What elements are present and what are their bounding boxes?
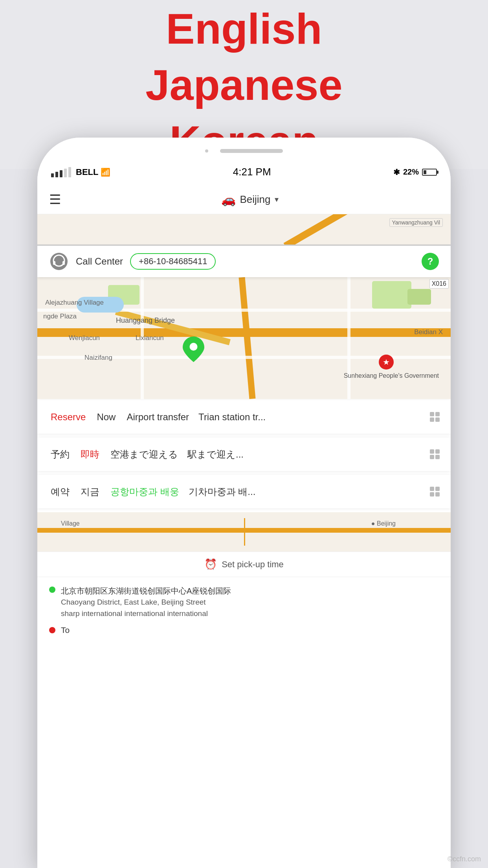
from-location-row: 北京市朝阳区东湖街道锐创国际中心A座锐创国际 Chaoyang District… [49, 585, 439, 619]
english-tab-row: Reserve Now Airport transfer Trian stati… [37, 400, 451, 434]
grid-icon-japanese[interactable] [427, 446, 443, 462]
location-section: 北京市朝阳区东湖街道锐创国际中心A座锐创国际 Chaoyang District… [37, 577, 451, 643]
signal-bar-1 [51, 173, 54, 177]
car-icon: 🚗 [221, 193, 236, 206]
map-label-naizifang: Naizifang [84, 354, 112, 362]
map-label-lixiancun: Lixiancun [136, 334, 164, 342]
navbar-center: 🚗 Beijing ▾ [61, 193, 439, 206]
battery-icon [422, 169, 437, 176]
phone-top-bar [37, 138, 451, 159]
map-road-orange-1 [284, 214, 355, 246]
headset-icon [49, 252, 69, 271]
map-top-strip: Yanwangzhuang Vil [37, 214, 451, 246]
tab-japanese-airport[interactable]: 空港まで迎える [105, 438, 183, 471]
chevron-down-icon: ▾ [275, 195, 279, 204]
from-location-text: 北京市朝阳区东湖街道锐创国际中心A座锐创国际 Chaoyang District… [61, 585, 231, 619]
status-bar: BELL 📶 4:21 PM ✱ 22% [37, 159, 451, 185]
svg-point-4 [190, 343, 198, 351]
status-left: BELL 📶 [51, 167, 110, 177]
tab-korean-airport[interactable]: 공항마중과 배웅 [105, 475, 185, 508]
map-label-x016: X016 [429, 279, 449, 289]
japanese-tab-row: 予約 即時 空港まで迎える 駅まで迎え... [37, 438, 451, 471]
tab-korean-now[interactable]: 지금 [75, 475, 105, 508]
help-button[interactable]: ? [422, 253, 439, 270]
svg-rect-2 [53, 261, 55, 265]
tab-japanese-train[interactable]: 駅まで迎え... [183, 438, 248, 471]
signal-bar-3 [60, 170, 62, 177]
status-right: ✱ 22% [393, 167, 437, 177]
tab-english-train[interactable]: Trian station tr... [194, 400, 270, 434]
watermark: ©ccfn.com [448, 855, 481, 863]
to-dot [49, 627, 55, 633]
hamburger-button[interactable]: ☰ [49, 191, 61, 207]
signal-bar-5 [68, 167, 71, 177]
map-marker-star: ★ [379, 355, 394, 370]
to-location-label: To [61, 625, 70, 635]
battery-pct: 22% [403, 167, 419, 177]
phone-number-button[interactable]: +86-10-84685411 [130, 253, 216, 270]
tab-english-reserve[interactable]: Reserve [45, 400, 91, 434]
to-location-row: To [49, 625, 439, 635]
clock-icon: ⏰ [204, 558, 217, 570]
speaker-bar [220, 149, 283, 153]
call-center-label: Call Center [76, 256, 123, 267]
camera-dot [205, 149, 208, 153]
bottom-section: Village ● Beijing ⏰ Set pick-up time 北京市… [37, 512, 451, 643]
tab-english-airport[interactable]: Airport transfer [121, 400, 194, 434]
pickup-time-label: Set pick-up time [222, 559, 284, 570]
map-label-wenjiacun: Wenjiacun [69, 334, 100, 342]
phone-frame: BELL 📶 4:21 PM ✱ 22% ☰ 🚗 Beijing ▾ Yanwa… [37, 138, 451, 868]
signal-bars [51, 167, 71, 177]
status-time: 4:21 PM [110, 166, 393, 178]
city-label: Beijing [240, 193, 270, 206]
map-label-ngde: ngde Plaza [43, 313, 77, 320]
map-label-alejazhuang: Alejazhuang Village [45, 299, 104, 307]
tab-korean-reserve[interactable]: 예약 [45, 475, 75, 508]
map-label-huanggang: Huanggang Bridge [116, 316, 175, 325]
road-diag [115, 309, 231, 345]
signal-bar-2 [55, 172, 58, 177]
tab-japanese-now[interactable]: 即時 [75, 438, 105, 471]
tab-korean-train[interactable]: 기차마중과 배... [185, 475, 260, 508]
tab-japanese-reserve[interactable]: 予約 [45, 438, 75, 471]
signal-bar-4 [64, 169, 67, 177]
map-label-yanwang: Yanwangzhuang Vil [389, 218, 443, 227]
bluetooth-icon: ✱ [393, 167, 400, 177]
road-main-v [239, 277, 256, 399]
grid-icon-korean[interactable] [427, 484, 443, 500]
svg-rect-3 [62, 261, 65, 265]
bottom-map-strip: Village ● Beijing [37, 512, 451, 552]
call-center-bar: Call Center +86-10-84685411 ? [37, 246, 451, 277]
app-navbar: ☰ 🚗 Beijing ▾ [37, 185, 451, 214]
pickup-time-row[interactable]: ⏰ Set pick-up time [37, 552, 451, 577]
grid-icon-english[interactable] [427, 409, 443, 425]
from-dot [49, 587, 55, 593]
map-label-beidian: Beidian X [414, 328, 443, 336]
korean-tab-row: 예약 지금 공항마중과 배웅 기차마중과 배... [37, 475, 451, 508]
tab-english-now[interactable]: Now [91, 400, 121, 434]
main-map: Alejazhuang Village ngde Plaza Huanggang… [37, 277, 451, 399]
carrier-label: BELL [76, 167, 98, 177]
map-label-sunhexiang: Sunhexiang People's Government [344, 372, 439, 379]
map-pin-green [183, 337, 204, 364]
wifi-icon: 📶 [101, 167, 110, 177]
